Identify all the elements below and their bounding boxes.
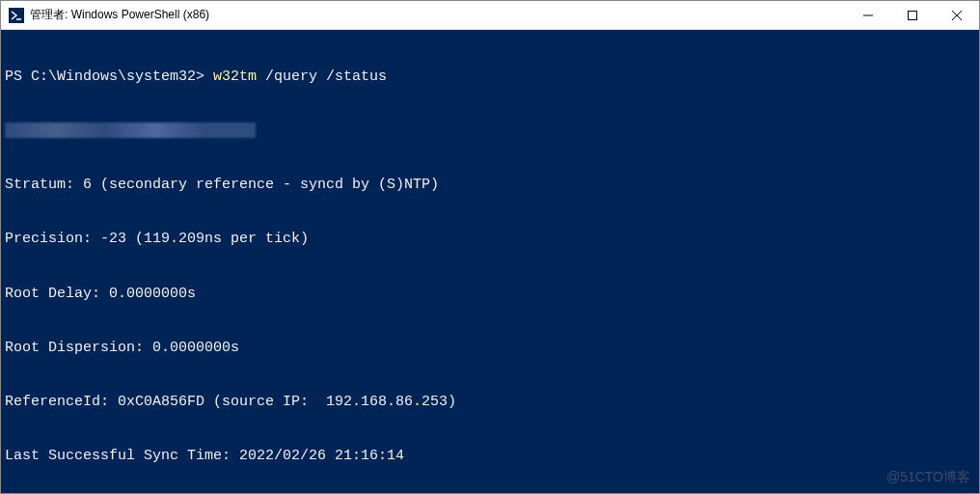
minimize-button[interactable] bbox=[846, 1, 890, 29]
command-args: /query /status bbox=[257, 69, 387, 85]
output-redacted bbox=[5, 123, 975, 141]
output-referenceid: ReferenceId: 0xC0A856FD (source IP: 192.… bbox=[5, 394, 975, 412]
output-root-dispersion: Root Dispersion: 0.0000000s bbox=[5, 340, 975, 358]
command-main: w32tm bbox=[213, 69, 257, 85]
window-controls bbox=[846, 1, 979, 29]
titlebar[interactable]: 管理者: Windows PowerShell (x86) bbox=[1, 1, 979, 30]
blurred-output bbox=[5, 123, 256, 138]
output-root-delay: Root Delay: 0.0000000s bbox=[5, 286, 975, 304]
titlebar-left: 管理者: Windows PowerShell (x86) bbox=[9, 7, 209, 23]
command-line: PS C:\Windows\system32> w32tm /query /st… bbox=[5, 69, 975, 87]
svg-rect-3 bbox=[909, 11, 917, 19]
output-last-sync: Last Successful Sync Time: 2022/02/26 21… bbox=[5, 448, 975, 466]
terminal-area[interactable]: PS C:\Windows\system32> w32tm /query /st… bbox=[1, 30, 979, 493]
output-stratum: Stratum: 6 (secondary reference - syncd … bbox=[5, 177, 975, 195]
powershell-icon bbox=[9, 8, 24, 23]
window-title: 管理者: Windows PowerShell (x86) bbox=[30, 7, 209, 23]
close-button[interactable] bbox=[935, 1, 979, 29]
prompt: PS C:\Windows\system32> bbox=[5, 69, 213, 85]
output-precision: Precision: -23 (119.209ns per tick) bbox=[5, 231, 975, 249]
powershell-window: 管理者: Windows PowerShell (x86) PS C:\Wind… bbox=[0, 0, 980, 494]
maximize-button[interactable] bbox=[890, 1, 935, 29]
